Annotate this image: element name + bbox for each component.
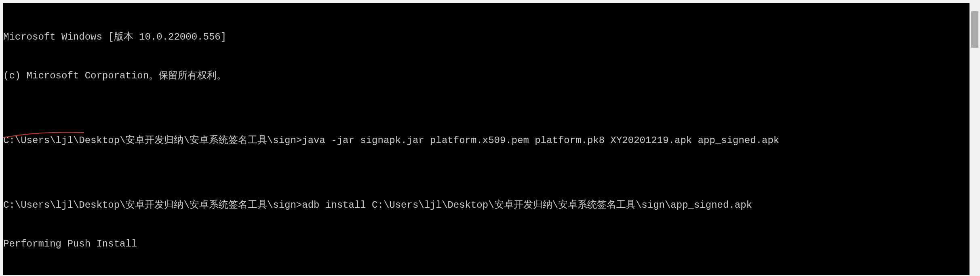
banner-copyright-line: (c) Microsoft Corporation。保留所有权利。 — [3, 70, 969, 82]
banner-version-line: Microsoft Windows [版本 10.0.22000.556] — [3, 31, 969, 44]
scrollbar-track[interactable] — [969, 3, 980, 275]
scrollbar-thumb[interactable] — [971, 11, 978, 48]
command-signapk-line: C:\Users\ljl\Desktop\安卓开发归纳\安卓系统签名工具\sig… — [3, 134, 969, 147]
command-adb-install-line: C:\Users\ljl\Desktop\安卓开发归纳\安卓系统签名工具\sig… — [3, 199, 969, 212]
terminal-window[interactable]: Microsoft Windows [版本 10.0.22000.556] (c… — [3, 3, 969, 275]
push-install-line: Performing Push Install — [3, 238, 969, 251]
